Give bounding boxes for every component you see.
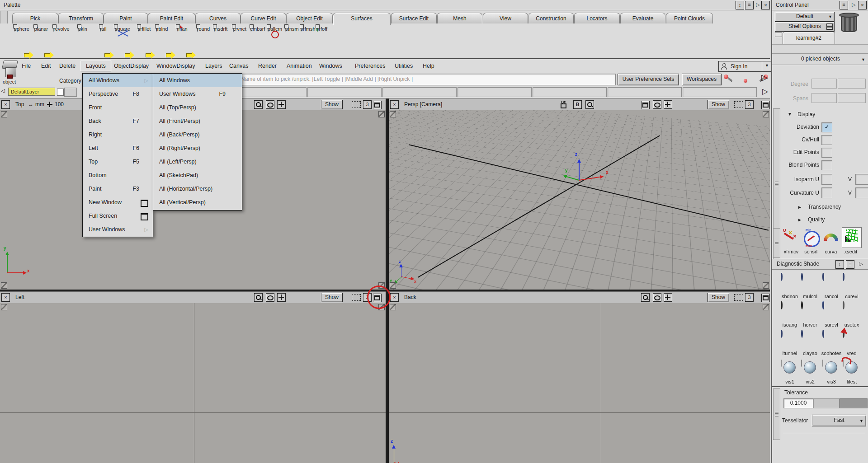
shelf-preset-dropdown[interactable]: Default ▼ (775, 12, 835, 22)
deviation-checkbox[interactable]: ✓ (821, 122, 832, 132)
list-icon[interactable]: ≡ (745, 1, 754, 9)
submenu-item-all-top-persp[interactable]: All (Top/Persp) (153, 101, 242, 114)
viewport-corner-handle[interactable] (378, 111, 385, 117)
section-expand-icon[interactable]: ► (797, 205, 802, 210)
menu-delete[interactable]: Delete (59, 63, 75, 69)
control-panel-titlebar[interactable]: Control Panel ≡ ▷ × (772, 0, 868, 10)
show-button[interactable]: Show (321, 100, 343, 109)
vred-icon[interactable] (843, 331, 861, 351)
grid-cells-icon[interactable] (352, 101, 361, 108)
grid-cells-icon[interactable] (734, 101, 743, 108)
submenu-item-all-left-persp[interactable]: All (Left/Persp) (153, 155, 242, 168)
user-preference-sets-button[interactable]: User Preference Sets (618, 74, 679, 85)
menu-windows[interactable]: Windows (319, 63, 342, 69)
menu-layers[interactable]: Layers (205, 63, 222, 69)
new-window-icon[interactable] (373, 101, 382, 109)
pan-icon[interactable] (664, 100, 672, 109)
close-icon[interactable]: × (1, 100, 10, 109)
shelf-slot[interactable] (458, 87, 532, 97)
spans-field-1[interactable] (811, 93, 837, 103)
curevl-icon[interactable] (843, 274, 861, 294)
viewport-back-header[interactable]: × Back Show 3 (389, 291, 770, 304)
curvature-v-field[interactable] (855, 187, 868, 198)
isoang-icon[interactable] (781, 302, 799, 322)
surevl-icon[interactable] (822, 302, 840, 322)
ellipse-icon[interactable] (266, 293, 274, 302)
vis1-icon[interactable] (781, 360, 799, 380)
window-refresh-icon[interactable] (641, 101, 650, 109)
clayao-icon[interactable] (801, 331, 819, 351)
tab-pick[interactable]: Pick (12, 13, 58, 24)
play-icon[interactable]: ▷ (754, 1, 762, 9)
menu-item-full-screen[interactable]: Full Screen (83, 209, 153, 223)
shelf-options-button[interactable]: Shelf Options (775, 22, 835, 32)
ellipse-icon[interactable] (653, 100, 661, 109)
viewport-corner-handle[interactable] (763, 282, 769, 289)
layer-mini-button[interactable] (64, 88, 77, 97)
tolerance-grip[interactable] (773, 388, 780, 440)
pin-icon[interactable] (723, 74, 733, 84)
curvature-u-field[interactable] (821, 187, 832, 198)
horver-icon[interactable] (801, 302, 819, 322)
pan-icon[interactable] (664, 293, 672, 302)
picked-objects-dropdown[interactable]: 0 picked objects ▼ (772, 53, 868, 65)
camera-icon[interactable] (560, 100, 567, 108)
spans-field-2[interactable] (838, 93, 866, 103)
zoom-icon[interactable] (585, 100, 594, 109)
chevron-right-icon[interactable]: ▷ (761, 72, 768, 83)
tool-revolve[interactable]: revolve (52, 26, 71, 32)
isoparm-u-field[interactable] (821, 174, 832, 185)
viewport-left-canvas[interactable] (0, 303, 386, 463)
ellipse-icon[interactable] (653, 293, 661, 302)
menu-edit[interactable]: Edit (41, 63, 51, 69)
menu-item-new-window[interactable]: New Window (83, 196, 153, 209)
chevron-right-icon[interactable]: ▷ (762, 87, 768, 96)
tool-square[interactable]: square (113, 26, 132, 32)
tab-curves[interactable]: Curves (195, 13, 241, 24)
shelf-slot[interactable] (533, 87, 607, 97)
zoom-icon[interactable] (254, 293, 263, 302)
tolerance-input[interactable]: 0.1000 (783, 398, 813, 408)
shelf-slot[interactable] (232, 87, 307, 97)
show-button[interactable]: Show (708, 293, 729, 302)
sign-in-button[interactable]: Sign In ▼ (718, 61, 772, 72)
diagnostic-shade-titlebar[interactable]: Diagnostic Shade ↕ ≡ ▷ (772, 259, 868, 270)
viewport-corner-handle[interactable] (763, 111, 769, 117)
viewport-corner-handle[interactable] (1, 304, 7, 310)
submenu-item-all-front-persp[interactable]: All (Front/Persp) (153, 114, 242, 128)
tab-point-clouds[interactable]: Point Clouds (666, 13, 713, 24)
tool-icon-row-grip[interactable] (773, 228, 780, 258)
tool-flflan[interactable]: flflan (173, 26, 192, 32)
tab-surface-edit[interactable]: Surface Edit (391, 13, 437, 24)
close-icon[interactable]: × (761, 1, 770, 9)
filest-icon[interactable] (843, 360, 861, 380)
pan-icon[interactable] (277, 293, 286, 302)
ellipse-icon[interactable] (266, 100, 274, 109)
tessellator-dropdown[interactable]: Fast ▼ (812, 415, 866, 426)
tolerance-slider-fill[interactable] (840, 398, 868, 408)
resize-vertical-icon[interactable]: ↕ (835, 260, 844, 269)
tab-mesh[interactable]: Mesh (437, 13, 482, 24)
viewport-corner-handle[interactable] (763, 304, 769, 310)
pan-icon[interactable] (277, 100, 286, 109)
menu-item-bottom[interactable]: Bottom (83, 168, 153, 182)
grid-cells-icon[interactable] (734, 294, 743, 301)
tab-curve-edit[interactable]: Curve Edit (241, 13, 286, 24)
shelf-slot[interactable] (382, 87, 457, 97)
viewport-corner-handle[interactable] (390, 111, 396, 117)
menu-item-right[interactable]: Right (83, 128, 153, 141)
play-icon[interactable]: ▷ (850, 1, 858, 9)
vis3-icon[interactable] (822, 360, 840, 380)
scnsrf-icon[interactable]: minmax (802, 228, 820, 248)
viewport-back-canvas[interactable]: z (389, 303, 770, 463)
show-button[interactable]: Show (321, 293, 343, 302)
new-window-icon[interactable] (761, 101, 770, 109)
tab-paint[interactable]: Paint (104, 13, 148, 24)
tool-crvnet[interactable]: crvnet (230, 26, 249, 32)
menu-item-paint[interactable]: PaintF3 (83, 182, 153, 196)
menu-objectdisplay[interactable]: ObjectDisplay (114, 63, 149, 69)
menu-item-perspective[interactable]: PerspectiveF8 (83, 87, 153, 101)
tool-ffblnd[interactable]: ffblnd (152, 26, 171, 32)
shelf-slot[interactable] (608, 87, 682, 97)
submenu-item-all-horizontal-persp[interactable]: All (Horizontal/Persp) (153, 182, 242, 196)
